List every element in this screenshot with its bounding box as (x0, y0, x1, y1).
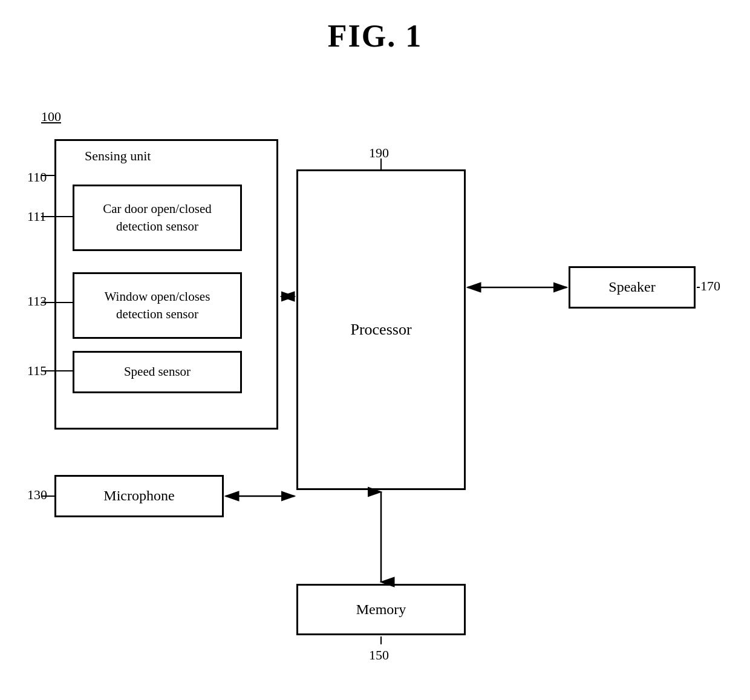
sensing-unit-label: Sensing unit (85, 148, 151, 164)
ref-130: 130 (27, 487, 47, 503)
speed-label: Speed sensor (124, 363, 191, 381)
ref-100: 100 (41, 109, 61, 125)
ref-115: 115 (27, 363, 47, 379)
speaker-box: Speaker (569, 266, 696, 309)
microphone-label: Microphone (103, 486, 174, 506)
ref-111: 111 (27, 209, 46, 224)
page-title: FIG. 1 (0, 0, 750, 54)
processor-box: Processor (296, 169, 466, 490)
window-label: Window open/closes detection sensor (105, 288, 210, 324)
speaker-label: Speaker (608, 277, 655, 298)
ref-110: 110 (27, 169, 47, 185)
car-door-label: Car door open/closed detection sensor (103, 200, 212, 236)
memory-label: Memory (356, 600, 406, 620)
car-door-sensor-box: Car door open/closed detection sensor (73, 185, 242, 251)
speed-sensor-box: Speed sensor (73, 351, 242, 393)
window-sensor-box: Window open/closes detection sensor (73, 272, 242, 339)
processor-label: Processor (350, 319, 411, 341)
memory-box: Memory (296, 584, 466, 635)
ref-190: 190 (369, 145, 389, 161)
diagram: 100 110 111 113 115 130 150 170 190 Sens… (0, 67, 750, 696)
ref-113: 113 (27, 293, 47, 309)
ref-150: 150 (369, 647, 389, 663)
ref-170: 170 (700, 278, 720, 294)
microphone-box: Microphone (54, 475, 224, 517)
